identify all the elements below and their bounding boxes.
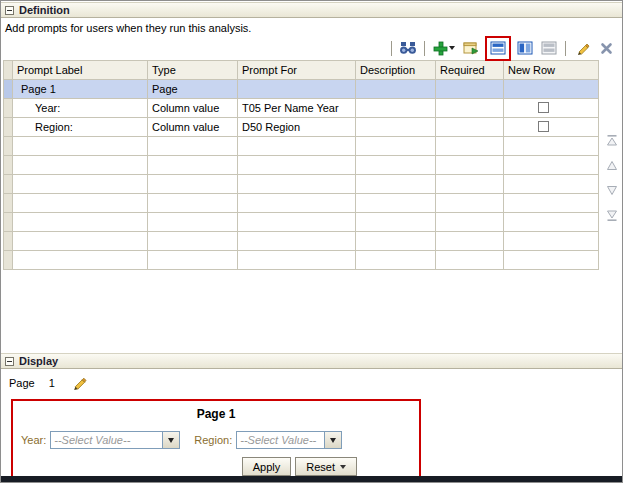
toolbar-separator xyxy=(391,41,392,56)
prompts-table: Prompt Label Type Prompt For Description… xyxy=(3,60,599,270)
table-row-page1[interactable]: Page 1 Page xyxy=(4,80,599,99)
bottom-bar xyxy=(1,476,622,482)
table-row-empty[interactable] xyxy=(4,175,599,194)
cell-prompt-for: D50 Region xyxy=(238,118,356,137)
year-dropdown-arrow-icon[interactable] xyxy=(163,431,180,449)
collapse-display-icon[interactable] xyxy=(5,357,14,366)
row-reorder-controls xyxy=(605,134,619,222)
year-value[interactable]: --Select Value-- xyxy=(50,431,163,449)
toolbar-separator xyxy=(424,41,425,56)
cell-prompt-label: Region: xyxy=(13,118,148,137)
reset-button-label: Reset xyxy=(306,461,335,473)
cell-prompt-for xyxy=(238,80,356,99)
col-new-row: New Row xyxy=(504,61,599,80)
definition-title: Definition xyxy=(19,4,70,16)
definition-section: Definition Add prompts for users when th… xyxy=(1,2,622,270)
region-combobox[interactable]: --Select Value-- xyxy=(236,431,342,449)
cell-type: Column value xyxy=(148,99,238,118)
reset-button[interactable]: Reset xyxy=(295,457,357,476)
table-row-year[interactable]: Year: Column value T05 Per Name Year xyxy=(4,99,599,118)
cell-new-row xyxy=(504,118,599,137)
cell-new-row xyxy=(504,80,599,99)
col-description: Description xyxy=(356,61,436,80)
apply-button[interactable]: Apply xyxy=(242,457,292,476)
cell-type: Page xyxy=(148,80,238,99)
new-icon[interactable] xyxy=(431,39,457,58)
cell-type: Column value xyxy=(148,118,238,137)
table-row-empty[interactable] xyxy=(4,251,599,270)
preview-buttons-row: Apply Reset xyxy=(13,457,419,476)
year-label: Year: xyxy=(21,434,46,446)
col-prompt-label: Prompt Label xyxy=(13,61,148,80)
cell-prompt-label: Page 1 xyxy=(13,80,148,99)
region-label: Region: xyxy=(194,434,232,446)
toolbar-separator xyxy=(565,41,566,56)
col-required: Required xyxy=(436,61,504,80)
table-row-empty[interactable] xyxy=(4,194,599,213)
reset-dropdown-arrow-icon xyxy=(340,465,346,469)
table-row-empty[interactable] xyxy=(4,137,599,156)
delete-icon[interactable] xyxy=(596,39,616,58)
cell-prompt-for: T05 Per Name Year xyxy=(238,99,356,118)
page-row: Page 1 xyxy=(1,369,622,393)
definition-header: Definition xyxy=(1,2,622,18)
cell-description xyxy=(356,118,436,137)
cell-required xyxy=(436,118,504,137)
display-header: Display xyxy=(1,353,622,369)
region-dropdown-arrow-icon[interactable] xyxy=(325,431,342,449)
table-header-row: Prompt Label Type Prompt For Description… xyxy=(4,61,599,80)
definition-toolbar xyxy=(1,36,622,60)
new-row-checkbox[interactable] xyxy=(538,102,549,113)
cell-description xyxy=(356,99,436,118)
table-row-empty[interactable] xyxy=(4,213,599,232)
page-label: Page xyxy=(9,377,35,389)
table-row-empty[interactable] xyxy=(4,232,599,251)
table-row-empty[interactable] xyxy=(4,156,599,175)
table-row-region[interactable]: Region: Column value D50 Region xyxy=(4,118,599,137)
insert-icon[interactable] xyxy=(461,39,481,58)
collapse-definition-icon[interactable] xyxy=(5,6,14,15)
page-number: 1 xyxy=(49,377,55,389)
cell-prompt-label: Year: xyxy=(13,99,148,118)
grid-layout-icon[interactable] xyxy=(539,39,559,58)
cell-new-row xyxy=(504,99,599,118)
preview-page-title: Page 1 xyxy=(13,405,419,421)
edit-icon[interactable] xyxy=(572,39,592,58)
prompt-editor-window: Definition Add prompts for users when th… xyxy=(0,0,623,483)
cell-description xyxy=(356,80,436,99)
edit-page-icon[interactable] xyxy=(69,373,89,392)
prompt-row: Year: --Select Value-- Region: --Select … xyxy=(13,421,419,457)
cell-required xyxy=(436,80,504,99)
year-combobox[interactable]: --Select Value-- xyxy=(50,431,180,449)
col-type: Type xyxy=(148,61,238,80)
move-up-icon[interactable] xyxy=(605,159,619,172)
cell-required xyxy=(436,99,504,118)
preview-icon[interactable] xyxy=(398,39,418,58)
new-dropdown-arrow-icon xyxy=(449,46,455,50)
move-to-top-icon[interactable] xyxy=(605,134,619,147)
row-layout-icon[interactable] xyxy=(488,39,508,58)
new-row-checkbox[interactable] xyxy=(538,121,549,132)
column-layout-icon[interactable] xyxy=(515,39,535,58)
move-down-icon[interactable] xyxy=(605,184,619,197)
display-title: Display xyxy=(19,355,58,367)
preview-panel: Page 1 Year: --Select Value-- Region: --… xyxy=(11,399,421,483)
gutter-header xyxy=(4,61,13,80)
col-prompt-for: Prompt For xyxy=(238,61,356,80)
definition-description: Add prompts for users when they run this… xyxy=(1,18,622,36)
region-value[interactable]: --Select Value-- xyxy=(236,431,325,449)
move-to-bottom-icon[interactable] xyxy=(605,209,619,222)
highlight-red-box xyxy=(485,36,511,61)
display-section: Display Page 1 Page 1 Year: --Select Val… xyxy=(1,353,622,483)
